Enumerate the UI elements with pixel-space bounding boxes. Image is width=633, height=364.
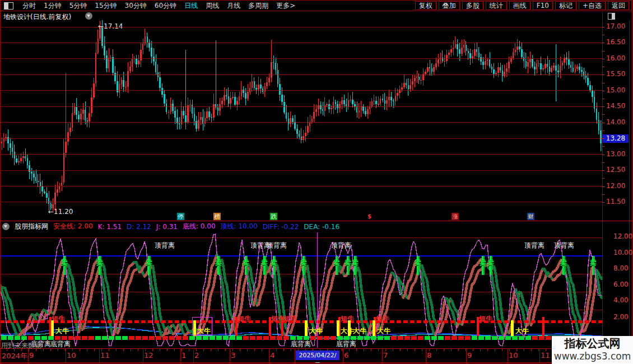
future-data-note: 用到未来数据 <box>1 341 41 351</box>
axis-tick <box>602 114 604 115</box>
tool-button-复权[interactable]: 复权 <box>415 1 436 10</box>
window-panel-icon[interactable] <box>608 13 615 20</box>
ribbon-block <box>485 336 491 340</box>
chevron-down-icon[interactable] <box>85 12 92 20</box>
top-divergence-label: 顶背离 <box>267 241 287 250</box>
period-item-周线[interactable]: 周线 <box>206 1 219 11</box>
ribbon-block <box>398 336 403 340</box>
event-badge-财[interactable]: 财 <box>527 213 534 220</box>
ribbon-block <box>102 336 108 340</box>
price-axis-label: 15.50 <box>606 70 631 78</box>
tool-button-多股[interactable]: 多股 <box>462 1 483 10</box>
ribbon-block <box>243 336 249 340</box>
tool-button-画线[interactable]: 画线 <box>509 1 530 10</box>
ribbon-block <box>364 336 370 340</box>
month-label: 12 <box>144 351 153 360</box>
price-axis-label: 12.00 <box>606 182 631 190</box>
tool-button-叠加[interactable]: 叠加 <box>439 1 460 10</box>
sell-marker-label: 卖 <box>61 258 68 268</box>
ribbon-block <box>263 336 269 340</box>
period-item-更多>[interactable]: 更多> <box>276 1 295 11</box>
indicator-field-D: D: 2.12 <box>127 223 151 231</box>
period-item-日线[interactable]: 日线 <box>184 1 198 11</box>
sell-marker-label: 卖 <box>300 258 307 268</box>
ribbon-block <box>176 336 181 340</box>
tool-button-标记[interactable]: 标记 <box>555 1 576 10</box>
tool-button-F10[interactable]: F10 <box>533 1 553 10</box>
ribbon-block <box>532 336 538 340</box>
tool-button-统计[interactable]: 统计 <box>486 1 507 10</box>
indicator-field-安全线: 安全线: 2.00 <box>53 222 93 231</box>
sell-marker-label: 卖 <box>146 258 152 268</box>
ribbon-block <box>458 336 464 340</box>
sell-marker-label: 卖 <box>415 258 421 268</box>
big-bull-label: 大牛 <box>341 326 354 336</box>
indicator-axis-label: 4.00 <box>613 296 629 304</box>
period-item-5分钟[interactable]: 5分钟 <box>69 1 87 11</box>
event-badge-停[interactable]: 停 <box>177 213 184 220</box>
period-item-30分钟[interactable]: 30分钟 <box>125 1 147 11</box>
ribbon-block <box>196 336 202 340</box>
sell-marker-label: 卖 <box>215 258 222 268</box>
axis-tick <box>602 138 604 139</box>
axis-tick <box>602 123 604 123</box>
month-label: 8 <box>427 351 431 360</box>
short-bull-label: 短牛 <box>238 314 251 324</box>
period-item-月线[interactable]: 月线 <box>227 1 240 11</box>
axis-tick <box>602 178 604 179</box>
top-divergence-label: 顶背离 <box>524 241 544 250</box>
indicator-name[interactable]: 股朋指标网 <box>15 222 48 231</box>
period-item-1分钟[interactable]: 1分钟 <box>44 1 62 11</box>
indicator-field-底线: 底线: 0.00 <box>183 222 216 231</box>
ribbon-block <box>82 336 87 340</box>
period-item-多周期[interactable]: 多周期 <box>248 1 268 11</box>
month-label: 2 <box>194 351 199 360</box>
tool-button-返回[interactable]: 返回 <box>608 1 629 10</box>
ribbon-block <box>203 336 208 340</box>
ribbon-block <box>89 336 94 340</box>
candlestick-chart[interactable] <box>0 20 602 221</box>
ribbon-block <box>425 336 430 340</box>
ribbon-block <box>525 336 531 340</box>
period-item-60分钟[interactable]: 60分钟 <box>155 1 176 11</box>
ribbon-block <box>162 336 168 340</box>
axis-tick <box>602 202 604 203</box>
ribbon-block <box>431 336 437 340</box>
axis-tick <box>602 91 604 91</box>
month-separator <box>269 349 269 363</box>
axis-tick <box>602 59 604 59</box>
price-gridline <box>0 186 602 186</box>
month-separator <box>28 349 29 363</box>
axis-tick <box>602 99 604 99</box>
ribbon-block <box>216 336 222 340</box>
sell-marker-label: 卖 <box>487 258 494 268</box>
event-badge-$[interactable]: $ <box>366 213 373 220</box>
bottom-divergence-label: 底背离 <box>50 339 71 349</box>
tool-button-+自选[interactable]: +自选 <box>579 1 606 10</box>
period-item-分时[interactable]: 分时 <box>22 1 36 11</box>
axis-tick <box>602 51 604 52</box>
price-axis-label: 15.00 <box>606 86 631 94</box>
candlestick-chart-area[interactable]: ←17.14 ←11.20 <box>0 20 633 221</box>
event-badge-跌[interactable]: 跌 <box>270 213 277 220</box>
date-axis[interactable]: 2024年 2025/04/22/二 9101112123467891011 <box>0 348 633 363</box>
ribbon-block <box>391 336 397 340</box>
ribbon-block <box>1 336 7 340</box>
period-item-15分钟[interactable]: 15分钟 <box>95 1 117 11</box>
indicator-panel[interactable]: 卖卖卖卖卖卖卖卖卖卖卖卖卖卖卖卖顶背离顶背离顶背离顶背离顶背离顶背离底背离底背离… <box>0 232 633 348</box>
ribbon-block <box>277 336 282 340</box>
ribbon-block <box>539 336 544 340</box>
month-label: 3 <box>231 351 235 360</box>
ribbon-block <box>210 336 215 340</box>
sell-marker-label: 卖 <box>261 258 268 268</box>
sell-marker-label: 卖 <box>271 258 277 268</box>
event-badge-榜[interactable]: 榜 <box>213 213 221 220</box>
price-axis-label: 14.00 <box>606 118 631 126</box>
price-axis-label: 16.50 <box>606 38 631 46</box>
layout-split-icon[interactable] <box>4 2 13 10</box>
chevron-down-icon[interactable] <box>2 223 10 230</box>
watermark: 指标公式网 www.zbgs3.com <box>552 336 633 364</box>
axis-tick <box>602 162 604 163</box>
event-badge-涨[interactable]: 涨 <box>452 213 459 220</box>
short-bull-label: 短牛 <box>271 314 285 324</box>
